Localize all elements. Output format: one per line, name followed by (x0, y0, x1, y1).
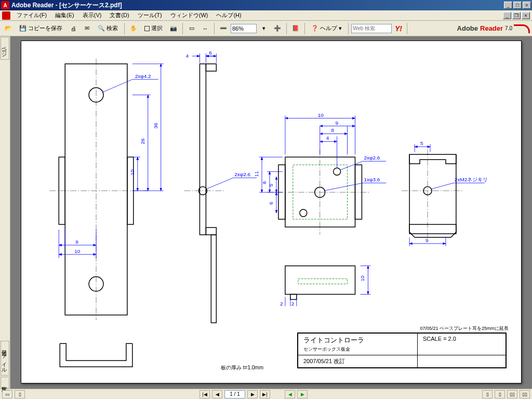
svg-rect-85 (290, 294, 297, 299)
minimize-button[interactable]: _ (504, 2, 512, 9)
help-button[interactable]: ❓ヘルプ▾ (308, 22, 345, 35)
doc-icon (2, 11, 10, 20)
menu-document[interactable]: 文書(D) (105, 10, 133, 20)
svg-rect-27 (200, 64, 206, 235)
tab-attachments[interactable]: 添付ファイル (1, 341, 9, 376)
svg-text:11: 11 (254, 171, 259, 177)
doc-restore-button[interactable]: ❐ (512, 12, 521, 19)
svg-text:2xM2ネジキリ: 2xM2ネジキリ (455, 177, 488, 182)
svg-text:9: 9 (336, 120, 339, 126)
svg-line-107 (431, 183, 454, 189)
svg-point-49 (334, 168, 341, 175)
page-number-input[interactable] (224, 390, 245, 398)
forward-button[interactable]: ▶ (297, 390, 308, 398)
svg-text:2xφ2.6: 2xφ2.6 (364, 155, 380, 161)
menu-window[interactable]: ウィンドウ(W) (166, 10, 212, 20)
doc-close-button[interactable]: × (522, 12, 530, 19)
last-page-button[interactable]: ▶| (260, 390, 270, 398)
svg-text:5: 5 (268, 183, 274, 187)
continuous-page-icon[interactable]: ▯ (495, 390, 505, 398)
adobe-logo: AdobeReader7.0 (457, 22, 530, 35)
window-title: Adobe Reader - [センサーケース2.pdf] (11, 1, 504, 10)
svg-text:4: 4 (326, 135, 329, 141)
ebook-icon[interactable]: 📕 (289, 22, 302, 35)
title-block: ライトコントローラ センサーボックス板金 SCALE = 2.0 2007/05… (297, 332, 507, 368)
menu-tool[interactable]: ツール(T) (134, 10, 166, 20)
menu-help[interactable]: ヘルプ(H) (212, 10, 245, 20)
print-icon[interactable]: 🖨 (67, 22, 79, 35)
svg-text:36: 36 (153, 123, 158, 129)
open-icon[interactable]: 📂 (2, 22, 15, 35)
hand-icon[interactable]: ✋ (127, 22, 140, 35)
fit-page-icon[interactable]: ▭ (185, 22, 198, 35)
svg-line-80 (324, 183, 363, 191)
svg-text:10: 10 (74, 248, 81, 254)
svg-rect-29 (206, 228, 216, 235)
menu-file[interactable]: ファイル(F) (12, 10, 51, 20)
svg-rect-45 (278, 165, 285, 219)
pdf-page: 36 26 10 9 10 2xφ4.2 (21, 41, 522, 383)
svg-rect-83 (285, 266, 355, 295)
svg-text:2xφ2.6: 2xφ2.6 (234, 171, 250, 177)
svg-rect-47 (293, 165, 348, 219)
mail-icon[interactable]: ✉ (81, 22, 93, 35)
svg-point-50 (300, 209, 307, 217)
thickness-note: 板の厚み t=1.0mm (221, 364, 263, 371)
svg-text:2: 2 (291, 301, 295, 307)
app-icon: A (1, 1, 9, 9)
continuous-icon[interactable]: ▯ (15, 390, 25, 398)
page-layout-icon[interactable]: ▭ (2, 390, 12, 398)
close-button[interactable]: × (523, 2, 531, 9)
revision-note: 07/05/21 ベースプレート耳を25mmに延長 (420, 325, 509, 332)
svg-line-24 (102, 79, 132, 92)
svg-line-77 (340, 161, 363, 170)
svg-line-41 (206, 178, 233, 189)
svg-text:2xφ4.2: 2xφ4.2 (135, 73, 151, 79)
svg-text:4: 4 (186, 53, 189, 59)
fit-width-icon[interactable]: ↔ (199, 22, 211, 35)
zoom-out-icon[interactable]: ➖ (217, 22, 230, 35)
svg-text:9: 9 (425, 237, 429, 243)
maximize-button[interactable]: □ (513, 2, 522, 9)
svg-text:1xφ3.6: 1xφ3.6 (364, 177, 380, 182)
doc-minimize-button[interactable]: _ (503, 12, 511, 19)
svg-text:8: 8 (331, 127, 335, 133)
svg-rect-95 (409, 224, 456, 234)
zoom-in-icon[interactable]: ➕ (271, 22, 284, 35)
first-page-button[interactable]: |◀ (200, 390, 210, 398)
save-copy-button[interactable]: 💾コピーを保存 (16, 22, 66, 35)
svg-text:26: 26 (140, 138, 145, 144)
svg-text:5: 5 (420, 140, 423, 146)
web-search-input[interactable] (351, 24, 392, 33)
tab-comments[interactable]: 注釈 (1, 377, 9, 388)
single-page-icon[interactable]: ▯ (482, 390, 493, 398)
document-area[interactable]: 36 26 10 9 10 2xφ4.2 (10, 36, 532, 389)
facing-page-icon[interactable]: ▯▯ (507, 390, 517, 398)
prev-page-button[interactable]: ◀ (212, 390, 222, 398)
svg-text:10: 10 (360, 275, 365, 282)
menu-view[interactable]: 表示(V) (78, 10, 106, 20)
svg-rect-30 (211, 235, 216, 323)
svg-text:10: 10 (318, 112, 324, 118)
svg-rect-28 (206, 64, 216, 71)
svg-rect-44 (285, 157, 355, 227)
svg-rect-46 (355, 165, 362, 219)
svg-text:10: 10 (129, 169, 135, 176)
tab-pages[interactable]: ページ (1, 37, 9, 60)
svg-rect-84 (298, 279, 348, 284)
yahoo-icon[interactable]: Y! (395, 24, 402, 33)
svg-text:6: 6 (261, 181, 267, 184)
zoom-input[interactable] (231, 24, 257, 33)
svg-text:6: 6 (209, 50, 212, 56)
snapshot-icon[interactable]: 📷 (167, 22, 180, 35)
menu-edit[interactable]: 編集(E) (51, 10, 78, 20)
svg-text:9: 9 (75, 239, 78, 245)
next-page-button[interactable]: ▶ (247, 390, 258, 398)
svg-text:2: 2 (280, 301, 283, 307)
select-button[interactable]: 選択 (141, 22, 166, 35)
zoom-dropdown-icon[interactable]: ▾ (258, 22, 270, 35)
back-button[interactable]: ◀ (285, 390, 295, 398)
search-button[interactable]: 🔍検索 (94, 22, 122, 35)
continuous-facing-icon[interactable]: ▯▯ (520, 390, 530, 398)
svg-text:6: 6 (268, 202, 274, 205)
